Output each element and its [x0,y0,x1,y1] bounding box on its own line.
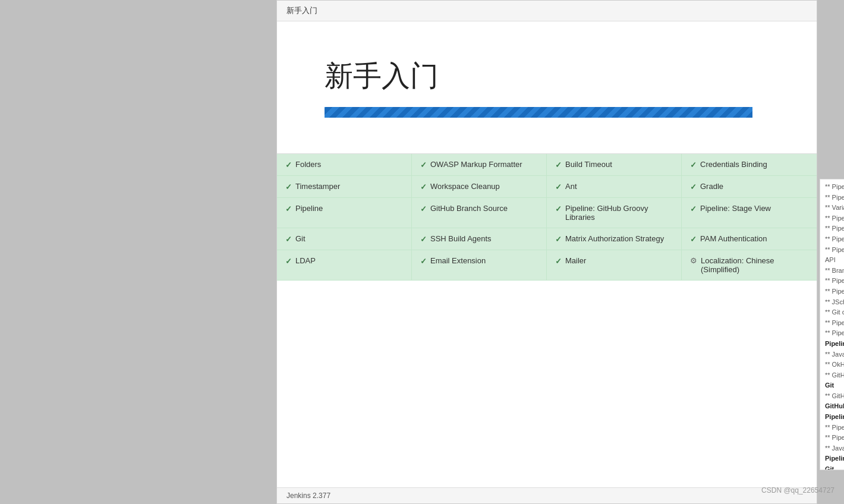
main-panel: 新手入门 新手入门 ✓Folders✓OWASP Markup Formatte… [276,0,817,504]
sidebar-item: ** Pipeline: Model API [825,182,844,193]
plugin-cell: ✓Folders [277,154,412,176]
check-icon: ✓ [420,204,427,213]
plugin-name: Pipeline: GitHub Groovy Libraries [565,204,673,222]
watermark: CSDN @qq_22654727 [761,486,834,494]
sidebar-item: ** Pipeline: Stage Tags Metadata [825,286,844,297]
check-icon: ✓ [555,257,562,266]
check-icon: ✓ [555,160,562,169]
plugin-name: Mailer [565,256,586,265]
sidebar-item: ** Branch API [825,266,844,276]
plugin-name: Matrix Authorization Strategy [565,234,664,243]
plugin-cell: ✓Email Extension [412,250,547,281]
check-icon: ✓ [285,204,292,213]
plugin-cell: ✓Timestamper [277,176,412,198]
check-icon: ✓ [555,235,562,244]
hero-section: 新手入门 [277,21,817,153]
sidebar-item: Git [825,464,844,470]
check-icon: ✓ [285,160,292,169]
check-icon: ✓ [420,235,427,244]
plugin-name: Credentials Binding [700,160,767,169]
plugin-cell: ✓Ant [547,176,682,198]
plugin-cell: ✓PAM Authentication [682,228,817,250]
tab-title: 新手入门 [286,6,317,15]
plugin-cell: ✓Matrix Authorization Strategy [547,228,682,250]
check-icon: ✓ [285,257,292,266]
plugin-name: SSH Build Agents [430,234,492,243]
sidebar-item: Pipeline: GitHub Groovy Libraries [825,412,844,423]
plugin-cell: ✓Pipeline: GitHub Groovy Libraries [547,198,682,228]
plugin-cell: ✓OWASP Markup Formatter [412,154,547,176]
sidebar-item: ** Pipeline: Multibranch [825,276,844,286]
sidebar-item: ** Pipeline: Groovy Libraries [825,213,844,224]
plugin-cell: ✓Pipeline: Stage View [682,198,817,228]
plugin-name: Workspace Cleanup [430,182,500,191]
plugin-name: OWASP Markup Formatter [430,160,522,169]
sidebar-item: ** Pipeline: Model API [825,223,844,234]
sidebar-item: ** Pipeline: Build Step [825,193,844,203]
plugin-cell: ✓GitHub Branch Source [412,198,547,228]
plugin-grid: ✓Folders✓OWASP Markup Formatter✓Build Ti… [277,153,817,281]
sidebar-item: ** JSch dependency [825,297,844,308]
check-icon: ✓ [420,257,427,266]
sidebar-item: ** Pipeline Graph Analysis [825,423,844,433]
tab-header: 新手入门 [277,1,817,21]
sidebar-item: ** GitHub API [825,370,844,381]
plugin-name: PAM Authentication [700,234,767,243]
plugin-cell: ✓Git [277,228,412,250]
plugin-name: Git [295,234,306,243]
plugin-name: Gradle [700,182,723,191]
plugin-cell: ⚙Localization: Chinese (Simplified) [682,250,817,281]
sidebar-item: Pipeline [825,339,844,349]
plugin-name: Build Timeout [565,160,612,169]
check-icon: ✓ [555,182,562,191]
progress-bar [325,107,752,118]
check-icon: ✓ [555,204,562,213]
sidebar-item: ** Pipeline: REST API [825,433,844,443]
plugin-name: LDAP [295,256,316,265]
sidebar-panel[interactable]: ** Pipeline: Model API** Pipeline: Build… [820,179,844,470]
sidebar-item: ** Git client [825,307,844,318]
plugin-cell: ✓LDAP [277,250,412,281]
check-icon: ✓ [690,160,697,169]
sidebar-item: ** Variant [825,203,844,213]
check-icon: ✓ [420,182,427,191]
jenkins-version: Jenkins 2.377 [286,492,330,500]
sidebar-content[interactable]: ** Pipeline: Model API** Pipeline: Build… [820,179,844,470]
spin-icon: ⚙ [690,256,697,265]
sidebar-item: ** OkHttp [825,360,844,370]
progress-bar-fill [325,107,752,118]
check-icon: ✓ [285,235,292,244]
plugin-name: Ant [565,182,577,191]
plugin-name: Pipeline: Stage View [700,204,771,213]
check-icon: ✓ [690,182,697,191]
plugin-cell: ✓Gradle [682,176,817,198]
sidebar-item: ** Pipeline: Declarative [825,328,844,339]
plugin-cell: ✓Build Timeout [547,154,682,176]
plugin-name: Localization: Chinese (Simplified) [701,256,808,274]
plugin-name: GitHub Branch Source [430,204,508,213]
left-background [0,0,250,504]
sidebar-item: ** JavaScript GUI Lib: Moment.js bundle [825,443,844,454]
plugin-cell: ✓Workspace Cleanup [412,176,547,198]
sidebar-item: ** Pipeline: Stage Step [825,234,844,245]
plugin-name: Email Extension [430,256,486,265]
plugin-cell: ✓Credentials Binding [682,154,817,176]
sidebar-item: ** Pipeline: Declarative Extension Point… [825,245,844,266]
footer-bar: Jenkins 2.377 [277,487,817,503]
sidebar-item: GitHub Branch Source [825,401,844,412]
plugin-cell: ✓SSH Build Agents [412,228,547,250]
check-icon: ✓ [690,204,697,213]
plugin-cell: ✓Mailer [547,250,682,281]
check-icon: ✓ [690,235,697,244]
plugin-name: Pipeline [295,204,323,213]
sidebar-item: ** Pipeline: Input Step [825,318,844,329]
sidebar-item: ** Java JSON Web Token (JJWT) [825,349,844,360]
check-icon: ✓ [285,182,292,191]
sidebar-item: Git [825,380,844,391]
plugin-name: Folders [295,160,321,169]
check-icon: ✓ [420,160,427,169]
page-title: 新手入门 [325,57,769,95]
plugin-name: Timestamper [295,182,340,191]
plugin-cell: ✓Pipeline [277,198,412,228]
sidebar-item: ** GitHub [825,391,844,402]
